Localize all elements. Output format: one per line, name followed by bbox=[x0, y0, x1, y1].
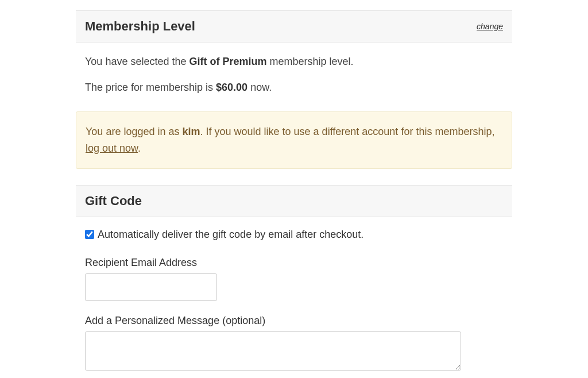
logout-link[interactable]: log out now bbox=[86, 142, 138, 154]
checkout-form: Membership Level change You have selecte… bbox=[76, 0, 512, 378]
membership-section-header: Membership Level change bbox=[76, 10, 512, 43]
price-text: The price for membership is $60.00 now. bbox=[85, 80, 503, 95]
price-prefix: The price for membership is bbox=[85, 82, 216, 93]
personalized-message-group: Add a Personalized Message (optional) bbox=[85, 315, 503, 373]
gift-section-body: Automatically deliver the gift code by e… bbox=[76, 217, 512, 378]
selected-level-text: You have selected the Gift of Premium me… bbox=[85, 54, 503, 70]
price-value: $60.00 bbox=[216, 82, 247, 93]
notice-middle: . If you would like to use a different a… bbox=[200, 126, 495, 137]
auto-deliver-checkbox[interactable] bbox=[85, 230, 94, 239]
gift-section-header: Gift Code bbox=[76, 185, 512, 217]
personalized-message-label: Add a Personalized Message (optional) bbox=[85, 315, 503, 327]
auto-deliver-label: Automatically deliver the gift code by e… bbox=[98, 229, 363, 241]
auto-deliver-row: Automatically deliver the gift code by e… bbox=[85, 229, 503, 241]
change-level-link[interactable]: change bbox=[477, 22, 503, 31]
membership-section-body: You have selected the Gift of Premium me… bbox=[76, 43, 512, 107]
gift-title: Gift Code bbox=[85, 194, 142, 209]
recipient-email-group: Recipient Email Address bbox=[85, 257, 503, 301]
recipient-email-label: Recipient Email Address bbox=[85, 257, 503, 269]
notice-username: kim bbox=[182, 126, 200, 137]
notice-suffix: . bbox=[138, 142, 141, 154]
selected-prefix: You have selected the bbox=[85, 56, 189, 67]
selected-suffix: membership level. bbox=[267, 56, 354, 67]
personalized-message-textarea[interactable] bbox=[85, 331, 461, 371]
price-suffix: now. bbox=[247, 82, 272, 93]
notice-prefix: You are logged in as bbox=[86, 126, 182, 137]
membership-title: Membership Level bbox=[85, 19, 195, 34]
recipient-email-input[interactable] bbox=[85, 273, 217, 301]
selected-level-name: Gift of Premium bbox=[189, 56, 266, 67]
login-notice: You are logged in as kim. If you would l… bbox=[76, 111, 512, 169]
